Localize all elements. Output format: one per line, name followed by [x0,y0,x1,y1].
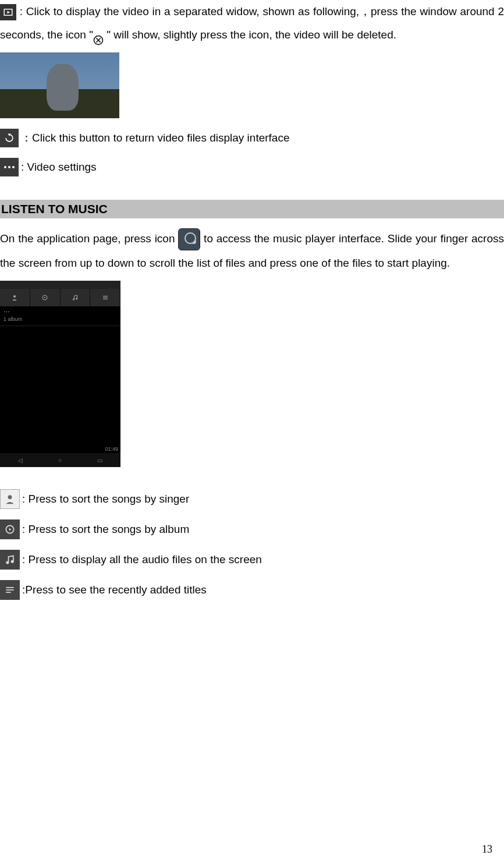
svg-point-17 [8,496,12,500]
music-intro-paragraph: On the application page, press icon to a… [0,227,504,275]
all-audio-row: : Press to display all the audio files o… [0,550,504,570]
svg-point-20 [6,561,9,564]
more-icon [0,158,19,176]
video-settings-row: : Video settings [0,158,504,176]
svg-marker-1 [8,11,10,14]
svg-point-7 [8,166,10,168]
svg-point-19 [9,529,10,531]
svg-point-12 [73,299,74,301]
tab-playlist-icon [90,289,120,306]
screenshot-time: 01:49 [105,446,118,452]
svg-point-11 [44,297,45,298]
recently-added-row: :Press to see the recently added titles [0,580,504,600]
music-intro-part1: On the application page, press icon [0,232,178,245]
video-line1-part2: " will show, slightly press the icon, th… [104,29,396,41]
album-icon [0,519,20,539]
sort-singer-text: : Press to sort the songs by singer [22,493,189,506]
tab-tracks-icon [61,289,91,306]
music-player-screenshot: ⋯ 1 album 01:49 ◁○▭ [0,281,120,467]
listen-to-music-header: LISTEN TO MUSIC [0,200,504,218]
svg-point-6 [4,166,6,168]
music-list-row: ⋯ 1 album [0,306,120,326]
return-text: ：Click this button to return video files… [21,130,290,147]
popout-video-icon [0,4,16,20]
singer-icon [0,489,20,509]
playlist-icon [0,580,20,600]
video-settings-text: : Video settings [21,159,97,176]
svg-point-9 [13,295,16,298]
audio-files-icon [0,550,20,570]
svg-point-8 [12,166,15,168]
recently-added-text: :Press to see the recently added titles [22,584,207,596]
sort-by-singer-row: : Press to sort the songs by singer [0,489,504,509]
tab-album-icon [30,289,61,306]
svg-point-13 [76,298,77,300]
sort-album-text: : Press to sort the songs by album [22,523,189,536]
all-audio-text: : Press to display all the audio files o… [22,553,262,566]
return-button-row: ：Click this button to return video files… [0,129,504,147]
video-separate-window-paragraph: : Click to display the video in a separa… [0,0,504,47]
sort-by-album-row: : Press to sort the songs by album [0,519,504,539]
page-number: 13 [482,843,492,856]
delete-x-icon [93,30,104,41]
return-icon [0,129,19,147]
tab-singer-icon [0,289,30,306]
svg-point-21 [11,560,14,563]
video-thumbnail-image [0,52,119,118]
android-navbar: ◁○▭ [0,453,120,467]
music-app-icon [178,228,200,250]
